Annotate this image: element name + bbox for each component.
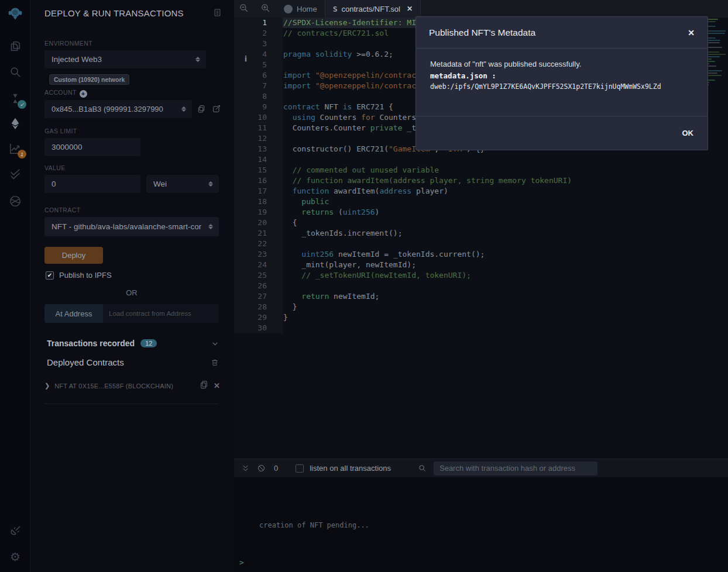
remix-logo-icon[interactable] [8,6,23,21]
chevron-down-icon[interactable] [211,340,219,347]
account-select[interactable]: 0x845...B1aB3 (999991.3297990 [44,100,192,118]
static-analysis-icon[interactable]: 1 [8,141,23,156]
line-number[interactable]: 13 [234,144,267,154]
copy-account-icon[interactable] [197,104,206,116]
solidity-compiler-icon[interactable]: ✓ [8,91,23,106]
code-line: 16 // function awardItem(address player,… [234,175,728,186]
code-line: 18 public [234,197,728,207]
code-line: 24 _mint(player, newItemId); [234,260,728,270]
line-number[interactable]: 7 [234,81,267,91]
clear-console-icon[interactable] [257,464,266,473]
line-number[interactable]: 20 [234,218,267,228]
gas-limit-label: GAS LIMIT [44,128,77,135]
plugin-sphere-icon[interactable] [8,194,23,209]
line-number[interactable]: 24 [234,260,267,270]
line-number[interactable]: 2 [234,28,267,39]
contract-select[interactable]: NFT - github/ava-labs/avalanche-smart-co… [44,217,219,236]
zoom-in-icon[interactable] [260,3,270,15]
at-address-button[interactable]: At Address [44,304,103,323]
code-line: 22 [234,239,728,249]
value-input[interactable]: 0 [44,175,140,193]
line-number[interactable]: 25 [234,270,267,281]
settings-gear-icon[interactable]: ⚙ [8,549,23,564]
listen-transactions-label: listen on all transactions [310,464,391,473]
transactions-recorded-row[interactable]: Transactions recorded 12 [47,339,219,348]
gas-limit-input[interactable]: 3000000 [44,138,140,156]
line-number[interactable]: 12 [234,133,267,144]
environment-info-icon[interactable]: i [245,54,247,64]
code-line: 21 _tokenIds.increment(); [234,228,728,239]
line-number[interactable]: 8 [234,91,267,102]
collapse-terminal-icon[interactable] [241,464,250,473]
copy-contract-icon[interactable] [199,380,209,392]
ipfs-link[interactable]: dweb:/ipfs/QmYL9P1Z7KE6AQvKJPFF52SX1p2TE… [430,82,693,91]
remix-home-icon [284,5,293,13]
code-text: pragma solidity >=0.6.2; [283,49,393,60]
zoom-out-icon[interactable] [239,3,249,15]
select-arrows-icon [208,224,213,229]
metadata-filename: metadata.json : [430,71,693,80]
line-number[interactable]: 29 [234,312,267,323]
line-number[interactable]: 22 [234,239,267,249]
line-number[interactable]: 17 [234,186,267,197]
line-number[interactable]: 19 [234,207,267,218]
select-arrows-icon [181,106,186,112]
line-number[interactable]: 28 [234,302,267,312]
contract-label: CONTRACT [44,206,81,213]
add-account-icon[interactable]: + [80,90,87,98]
expand-chevron-icon[interactable]: ❯ [44,382,50,390]
modal-close-icon[interactable]: ✕ [688,28,695,37]
tab-home[interactable]: Home [276,0,325,18]
listen-transactions-checkbox[interactable] [296,464,304,473]
line-number[interactable]: 11 [234,123,267,133]
ok-button[interactable]: OK [682,129,694,137]
line-number[interactable]: 4 [234,49,267,60]
edit-account-icon[interactable] [212,104,221,116]
environment-select[interactable]: Injected Web3 [44,50,206,68]
deploy-button[interactable]: Deploy [44,247,103,264]
code-text: // _setTokenURI(newItemId, tokenURI); [283,270,471,281]
close-tab-icon[interactable]: ✕ [407,5,413,13]
solidity-file-icon: S [333,5,338,13]
code-line: 26 [234,281,728,291]
remix-ide-app: ✓ 1 [0,0,728,572]
publish-to-ipfs-row: ✔ Publish to IPFS [46,271,112,280]
line-number[interactable]: 16 [234,175,267,186]
line-number[interactable]: 14 [234,154,267,165]
terminal-search-input[interactable] [434,461,597,475]
code-line: 27 return newItemId; [234,291,728,302]
trash-icon[interactable] [211,358,219,367]
value-unit-select[interactable]: Wei [146,175,219,193]
line-number[interactable]: 3 [234,39,267,49]
deployed-contract-item[interactable]: ❯ NFT AT 0X15E...E558F (BLOCKCHAIN) ✕ [44,380,220,392]
line-number[interactable]: 26 [234,281,267,291]
line-number[interactable]: 30 [234,323,267,333]
line-number[interactable]: 21 [234,228,267,239]
code-text: public [283,197,329,207]
line-number[interactable]: 23 [234,249,267,260]
at-address-input[interactable] [103,304,219,323]
deploy-and-run-icon[interactable] [8,116,23,131]
remove-contract-icon[interactable]: ✕ [214,381,220,390]
tab-contracts-nft-sol[interactable]: S contracts/NFT.sol ✕ [325,0,421,18]
file-explorer-icon[interactable] [8,39,23,54]
line-number[interactable]: 5 [234,60,267,70]
line-number[interactable]: 18 [234,197,267,207]
terminal-prompt[interactable]: > [239,558,244,567]
line-number[interactable]: 6 [234,70,267,81]
line-number[interactable]: 10 [234,112,267,123]
minimap[interactable] [708,19,727,89]
line-number[interactable]: 27 [234,291,267,302]
documentation-icon[interactable] [213,8,222,19]
line-number[interactable]: 9 [234,102,267,112]
publish-ipfs-checkbox[interactable]: ✔ [46,271,54,280]
line-number[interactable]: 15 [234,165,267,175]
unit-testing-icon[interactable] [8,167,23,182]
search-icon[interactable] [8,64,23,80]
divider [44,404,219,404]
code-text [283,91,283,102]
plugin-manager-icon[interactable] [8,523,23,539]
line-number[interactable]: 1 [234,18,267,28]
code-text: returns (uint256) [283,207,379,218]
code-text [283,39,283,49]
